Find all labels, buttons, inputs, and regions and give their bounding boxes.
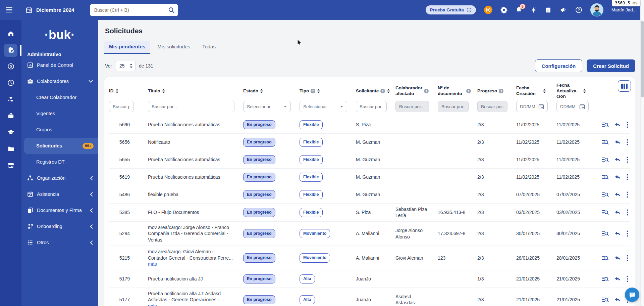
sidebar-item-otros[interactable]: Otros bbox=[21, 234, 98, 251]
col-header-titulo[interactable]: Título bbox=[139, 88, 239, 94]
details-search-icon bbox=[602, 297, 609, 303]
rail-item-clipboard-clock[interactable] bbox=[4, 44, 17, 57]
row-return-button[interactable] bbox=[614, 139, 621, 145]
notifications-button[interactable]: 5 bbox=[516, 6, 522, 13]
row-return-button[interactable] bbox=[614, 210, 621, 215]
row-menu-button[interactable] bbox=[627, 230, 628, 237]
row-details-button[interactable] bbox=[602, 255, 609, 261]
row-menu-button[interactable] bbox=[627, 157, 628, 163]
changelog-button[interactable] bbox=[545, 7, 551, 13]
sidebar-item-organizacion[interactable]: Organización bbox=[21, 170, 98, 186]
trial-pill-button[interactable]: Prueba Gratuita bbox=[426, 5, 476, 14]
row-details-button[interactable] bbox=[602, 157, 609, 163]
row-menu-button[interactable] bbox=[627, 122, 628, 128]
row-return-button[interactable] bbox=[614, 276, 621, 282]
row-return-button[interactable] bbox=[614, 157, 621, 163]
cell-documento bbox=[434, 192, 473, 198]
sidebar-item-registros-dt[interactable]: Registros DT bbox=[21, 154, 98, 170]
search-icon[interactable] bbox=[168, 7, 175, 13]
configuration-button[interactable]: Configuración bbox=[535, 59, 583, 72]
rail-item-store[interactable] bbox=[4, 159, 17, 172]
sidebar-item-asistencia[interactable]: Asistencia bbox=[21, 186, 98, 202]
col-header-solicitante[interactable]: Solicitante? bbox=[352, 88, 391, 94]
tab-mis-pendientes[interactable]: Mis pendientes bbox=[104, 41, 150, 54]
column-label: Colaborador afectado bbox=[395, 85, 422, 97]
row-menu-button[interactable] bbox=[627, 276, 628, 282]
sidebar-item-onboarding[interactable]: Onboarding bbox=[21, 218, 98, 234]
cell-estado: En progreso bbox=[239, 272, 296, 287]
filter-select-tipo[interactable]: Seleccionar bbox=[300, 101, 347, 112]
sidebar-item-vigentes[interactable]: Vigentes bbox=[21, 105, 98, 122]
col-header-estado[interactable]: Estado bbox=[239, 88, 296, 94]
announcements-button[interactable] bbox=[559, 6, 567, 14]
user-name[interactable]: Martín Jad... bbox=[611, 7, 637, 12]
sidebar-item-solicitudes[interactable]: Solicitudes99+ bbox=[24, 138, 98, 154]
details-search-icon bbox=[602, 157, 609, 163]
row-menu-button[interactable] bbox=[627, 209, 628, 216]
row-return-button[interactable] bbox=[614, 122, 621, 128]
page-size-select[interactable]: 25 bbox=[115, 61, 136, 71]
tipo-badge: Flexible bbox=[300, 120, 323, 130]
sidebar-item-colaboradores[interactable]: Colaboradores bbox=[21, 73, 98, 89]
global-search[interactable] bbox=[90, 4, 178, 16]
col-header-actualizacion[interactable]: Fecha Actualiza-ción bbox=[552, 83, 593, 100]
col-header-tipo[interactable]: Tipo? bbox=[296, 88, 352, 94]
filter-input-solicitante[interactable] bbox=[356, 101, 387, 112]
row-menu-button[interactable] bbox=[627, 174, 628, 180]
row-details-button[interactable] bbox=[602, 297, 609, 303]
chat-fab-button[interactable] bbox=[625, 288, 639, 302]
row-return-button[interactable] bbox=[614, 255, 621, 261]
tipo-badge: Flexible bbox=[300, 173, 323, 182]
row-details-button[interactable] bbox=[602, 230, 609, 237]
rail-item-clock[interactable] bbox=[4, 77, 17, 90]
period-selector[interactable]: Diciembre 2024 bbox=[25, 6, 74, 13]
recording-status-button[interactable] bbox=[484, 6, 492, 14]
row-menu-button[interactable] bbox=[627, 139, 628, 145]
row-details-button[interactable] bbox=[602, 122, 609, 128]
rail-item-grad-cap[interactable] bbox=[4, 126, 17, 139]
col-header-creacion[interactable]: Fecha Creación bbox=[512, 85, 552, 97]
help-button[interactable]: ? bbox=[575, 6, 582, 13]
reply-arrow-icon bbox=[614, 122, 621, 128]
sidebar-item-crear-colaborador[interactable]: Crear Colaborador bbox=[21, 89, 98, 105]
row-details-button[interactable] bbox=[602, 276, 609, 282]
row-details-button[interactable] bbox=[602, 174, 609, 180]
column-settings-button[interactable] bbox=[618, 80, 631, 92]
rail-item-folder[interactable] bbox=[4, 142, 17, 156]
rail-item-briefcase[interactable] bbox=[4, 110, 17, 123]
sidebar-item-grupos[interactable]: Grupos bbox=[21, 122, 98, 138]
rail-item-hand-heart[interactable] bbox=[4, 93, 17, 106]
more-link[interactable]: más bbox=[148, 303, 157, 306]
scrollbar-thumb[interactable] bbox=[641, 21, 644, 97]
row-menu-button[interactable] bbox=[627, 255, 628, 261]
whats-new-button[interactable] bbox=[530, 7, 537, 13]
filter-select-estado[interactable]: Seleccionar bbox=[243, 101, 291, 112]
global-search-input[interactable] bbox=[94, 7, 168, 13]
create-request-button[interactable]: Crear Solicitud bbox=[587, 59, 635, 72]
tab-mis-solicitudes[interactable]: Mis solicitudes bbox=[152, 41, 195, 54]
sidebar-item-documentos-y-firma[interactable]: Documentos y Firma bbox=[21, 202, 98, 218]
row-return-button[interactable] bbox=[614, 174, 621, 180]
row-details-button[interactable] bbox=[602, 209, 609, 216]
row-details-button[interactable] bbox=[602, 139, 609, 145]
row-return-button[interactable] bbox=[614, 192, 621, 198]
rail-item-home[interactable] bbox=[4, 27, 17, 41]
row-details-button[interactable] bbox=[602, 191, 609, 198]
tab-todas[interactable]: Todas bbox=[197, 41, 221, 54]
sidebar-item-panel-de-control[interactable]: Panel de Control bbox=[21, 57, 98, 73]
filter-date-creacion[interactable]: DD/MM bbox=[516, 101, 548, 112]
settings-button[interactable] bbox=[500, 6, 507, 13]
rail-item-coin[interactable]: $ bbox=[4, 60, 17, 74]
hamburger-menu-button[interactable] bbox=[6, 6, 15, 14]
row-return-button[interactable] bbox=[614, 297, 621, 303]
more-link[interactable]: más bbox=[148, 261, 157, 267]
user-avatar[interactable] bbox=[590, 3, 603, 16]
col-header-id[interactable]: ID bbox=[109, 88, 139, 94]
estado-badge: En progreso bbox=[243, 190, 275, 200]
filter-input-titulo[interactable] bbox=[148, 101, 234, 112]
row-menu-button[interactable] bbox=[627, 191, 628, 198]
row-return-button[interactable] bbox=[614, 231, 621, 236]
vertical-scrollbar[interactable] bbox=[640, 0, 644, 306]
filter-date-actualizacion[interactable]: DD/MM bbox=[556, 101, 589, 112]
filter-input-id[interactable] bbox=[109, 101, 134, 112]
